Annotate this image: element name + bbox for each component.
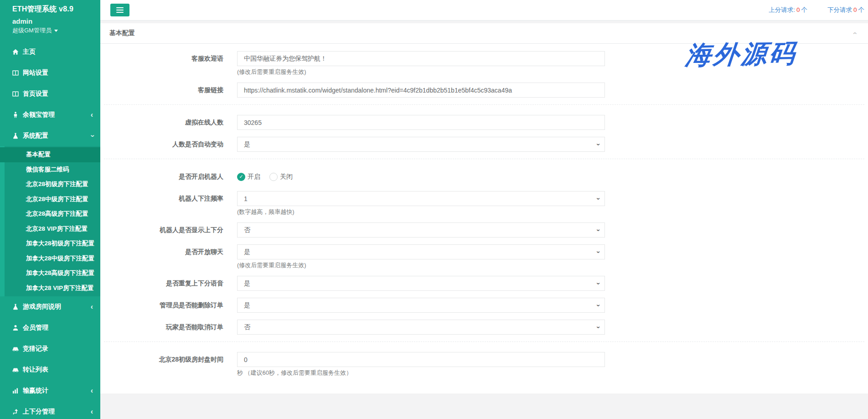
car-icon (12, 346, 19, 352)
field-control: 1‹(数字越高，频率越快) (237, 191, 605, 216)
sidebar-item-label: 竞猜记录 (23, 345, 48, 353)
select-value: 1 (244, 195, 248, 202)
form-row-chat-open: 是否开放聊天是‹(修改后需要重启服务生效) (100, 244, 868, 269)
service-welcome-input[interactable] (237, 51, 605, 66)
field-control (237, 115, 605, 130)
sidebar-item-home[interactable]: 主页 (0, 41, 100, 62)
user-icon (12, 325, 19, 331)
sidebar-item-system-config[interactable]: 系统配置‹ (0, 125, 100, 146)
navbar-links: 上分请求:0个 下分请求0个 (769, 0, 864, 20)
sidebar-subitem-ca28-middle-bet-config[interactable]: 加拿大28中级房下注配置 (5, 251, 100, 266)
field-hint: 秒 （建议60秒，修改后需要重启服务生效） (237, 369, 605, 377)
select-value: 否 (244, 226, 250, 234)
level-up-icon (12, 409, 19, 415)
field-label: 客服欢迎语 (100, 51, 237, 76)
down-score-count: 0 (853, 6, 857, 13)
down-score-suffix: 个 (858, 6, 865, 13)
sidebar-item-member-management[interactable]: 会员管理 (0, 317, 100, 338)
sidebar-header: ETH管理系统 v8.9 admin 超级GM管理员 (0, 0, 100, 35)
sidebar-item-up-down-score-management[interactable]: 上下分管理‹ (0, 401, 100, 419)
flask-icon (12, 133, 19, 139)
field-control: 是‹(修改后需要重启服务生效) (237, 244, 605, 269)
sidebar-item-game-room-description[interactable]: 游戏房间说明‹ (0, 296, 100, 317)
form-row-robot-bet-rate: 机器人下注频率1‹(数字越高，频率越快) (100, 191, 868, 216)
field-hint: (修改后需要重启服务生效) (237, 261, 605, 269)
sidebar-item-guess-records[interactable]: 竞猜记录 (0, 338, 100, 359)
form-row-admin-can-delete-order: 管理员是否能删除订单是‹ (100, 298, 868, 313)
down-score-label: 下分请求 (827, 6, 852, 13)
sidebar-item-site-settings[interactable]: 网站设置 (0, 62, 100, 83)
sidebar-subitem-basic-config[interactable]: 基本配置 (0, 147, 100, 162)
app-title: ETH管理系统 v8.9 (12, 5, 94, 14)
select-value: 否 (244, 323, 250, 331)
field-label: 机器人是否显示上下分 (100, 222, 237, 238)
sidebar-subitem-wechat-service-qrcode[interactable]: 微信客服二维码 (5, 162, 100, 177)
virtual-online-count-input[interactable] (237, 115, 605, 130)
field-control (237, 83, 605, 98)
repeat-updown-voice-select[interactable]: 是‹ (237, 276, 605, 291)
sidebar-item-yuebao-management[interactable]: 余额宝管理‹ (0, 104, 100, 125)
sidebar-item-label: 会员管理 (23, 324, 48, 332)
sidebar-item-win-loss-stats[interactable]: 输赢统计‹ (0, 380, 100, 401)
bj28-junior-close-time-input[interactable] (237, 352, 605, 367)
field-label: 是否开放聊天 (100, 244, 237, 269)
field-control: (修改后需要重启服务生效) (237, 51, 605, 76)
sidebar-item-label: 系统配置 (23, 132, 48, 140)
section-divider (104, 341, 864, 342)
user-role-dropdown[interactable]: 超级GM管理员 (12, 26, 94, 35)
field-label: 是否开启机器人 (100, 169, 237, 184)
sidebar-toggle-button[interactable] (110, 4, 129, 16)
robot-bet-rate-select[interactable]: 1‹ (237, 191, 605, 206)
admin-can-delete-order-select[interactable]: 是‹ (237, 298, 605, 313)
player-can-cancel-order-select[interactable]: 否‹ (237, 320, 605, 335)
up-score-suffix: 个 (801, 6, 807, 13)
select-value: 是 (244, 301, 250, 310)
sidebar-subitem-ca28-vip-bet-config[interactable]: 加拿大28 VIP房下注配置 (5, 281, 100, 296)
up-score-label: 上分请求: (769, 6, 795, 13)
robot-show-updown-select[interactable]: 否‹ (237, 222, 605, 238)
auto-change-count-select[interactable]: 是‹ (237, 137, 605, 152)
chevron-left-icon: ‹ (91, 387, 93, 394)
panel-header: 基本配置 ‹ (100, 23, 868, 44)
field-label: 管理员是否能删除订单 (100, 298, 237, 313)
chat-open-select[interactable]: 是‹ (237, 244, 605, 259)
field-label: 北京28初级房封盘时间 (100, 352, 237, 377)
columns-icon (12, 70, 19, 76)
robot-enabled-option-1[interactable]: 关闭 (269, 173, 293, 181)
sidebar-subitem-ca28-junior-bet-config[interactable]: 加拿大28初级房下注配置 (5, 236, 100, 251)
chevron-up-icon[interactable]: ‹ (851, 32, 858, 34)
sidebar-item-label: 输赢统计 (23, 387, 48, 395)
robot-enabled-radio-group: ✓开启关闭 (237, 169, 605, 184)
form-row-service-link: 客服链接 (100, 83, 868, 98)
select-value: 是 (244, 279, 250, 288)
down-score-requests-link[interactable]: 下分请求0个 (827, 6, 864, 14)
chevron-left-icon: ‹ (91, 408, 93, 415)
form-row-player-can-cancel-order: 玩家是否能取消订单否‹ (100, 320, 868, 335)
select-chevron-icon: ‹ (595, 197, 601, 200)
sidebar-item-transfer-list[interactable]: 转让列表 (0, 359, 100, 380)
select-chevron-icon: ‹ (595, 143, 601, 145)
sidebar-subitem-ca28-senior-bet-config[interactable]: 加拿大28高级房下注配置 (5, 266, 100, 281)
sidebar-item-homepage-settings[interactable]: 首页设置 (0, 83, 100, 104)
sidebar-subitem-bj28-middle-bet-config[interactable]: 北京28中级房下注配置 (5, 192, 100, 207)
sidebar-item-label: 余额宝管理 (23, 111, 55, 119)
main-area: 上分请求:0个 下分请求0个 基本配置 ‹ 客服欢迎语(修改后需要重启服务生效)… (100, 0, 868, 419)
select-value: 是 (244, 248, 250, 256)
service-link-input[interactable] (237, 83, 605, 98)
field-label: 人数是否自动变动 (100, 137, 237, 152)
sidebar-item-label: 转让列表 (23, 366, 48, 374)
select-chevron-icon: ‹ (595, 282, 601, 285)
up-score-requests-link[interactable]: 上分请求:0个 (769, 6, 807, 14)
chevron-left-icon: ‹ (91, 111, 93, 119)
sidebar-subitem-bj28-junior-bet-config[interactable]: 北京28初级房下注配置 (5, 177, 100, 192)
sidebar-subitem-bj28-senior-bet-config[interactable]: 北京28高级房下注配置 (5, 207, 100, 222)
field-hint: (修改后需要重启服务生效) (237, 68, 605, 76)
sidebar-nav: 主页网站设置首页设置余额宝管理‹系统配置‹基本配置微信客服二维码北京28初级房下… (0, 41, 100, 419)
robot-enabled-option-0[interactable]: ✓开启 (237, 173, 260, 181)
bar-chart-icon (12, 388, 19, 394)
radio-label: 关闭 (280, 173, 293, 181)
top-navbar: 上分请求:0个 下分请求0个 (100, 0, 868, 21)
sidebar-item-label: 首页设置 (23, 90, 48, 98)
basic-config-panel: 基本配置 ‹ 客服欢迎语(修改后需要重启服务生效)客服链接虚拟在线人数人数是否自… (100, 23, 868, 393)
sidebar-subitem-bj28-vip-bet-config[interactable]: 北京28 VIP房下注配置 (5, 222, 100, 237)
